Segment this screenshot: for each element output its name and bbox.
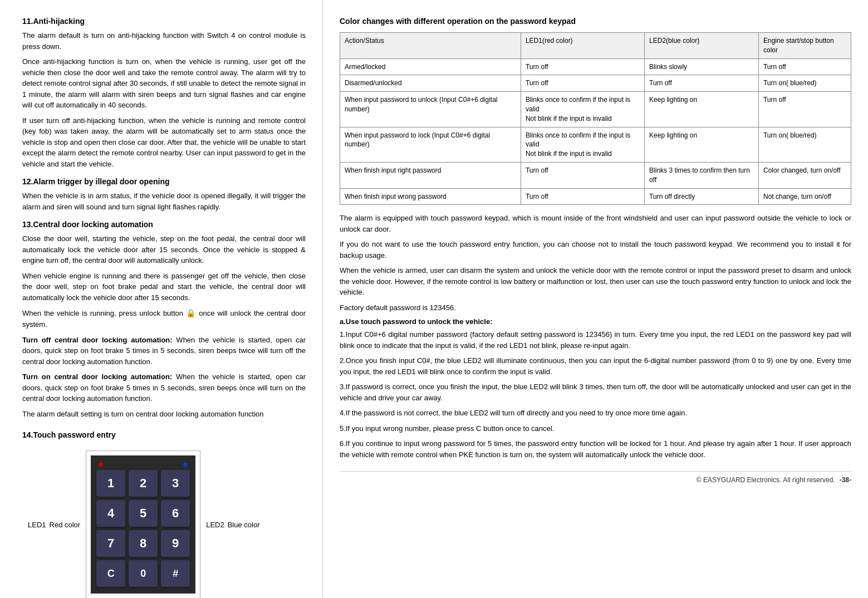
para5-label: Turn on central door locking automation: <box>22 372 172 381</box>
section-13-heading: 13.Central door locking automation <box>22 220 306 229</box>
table-row: When finish input right passwordTurn off… <box>340 162 851 188</box>
table-row: When input password to lock (Input C0#+6… <box>340 127 851 162</box>
key-3[interactable]: 3 <box>161 470 190 497</box>
cell-action: When input password to lock (Input C0#+6… <box>340 127 521 162</box>
step-1: 1.Input C0#+6 digital number password (f… <box>340 329 851 351</box>
section-11-heading: 11.Anti-hijacking <box>22 17 306 26</box>
section-13-para2: When vehicle engine is running and there… <box>22 271 306 303</box>
lock-icon: 🔒 <box>186 308 196 317</box>
key-8[interactable]: 8 <box>129 530 158 557</box>
section-12-heading: 12.Alarm trigger by illegal door opening <box>22 177 306 186</box>
left-page: 11.Anti-hijacking The alarm default is t… <box>0 0 323 598</box>
led1-color-label: Red color <box>50 521 81 529</box>
section-11-para1: The alarm default is turn on anti-hijack… <box>22 30 306 52</box>
section-11-para3: If user turn off anti-hijacking function… <box>22 115 306 170</box>
key-4[interactable]: 4 <box>96 500 125 527</box>
cell-engine: Not change, turn on/off <box>758 188 851 205</box>
right-para-2: When the vehicle is armed, user can disa… <box>340 265 851 298</box>
led2-color-label: Blue color <box>228 521 260 529</box>
col-header-engine: Engine start/stop button color <box>758 33 851 59</box>
led2-label: LED2 <box>206 521 224 529</box>
section-13-para5: Turn on central door locking automation:… <box>22 371 306 404</box>
cell-led1: Turn off <box>521 162 644 188</box>
cell-engine: Turn on( blue/red) <box>758 75 851 92</box>
table-title: Color changes with different operation o… <box>340 17 851 26</box>
cell-action: Armed/locked <box>340 58 521 75</box>
steps-container: 1.Input C0#+6 digital number password (f… <box>340 329 851 460</box>
led1-indicator <box>99 462 103 467</box>
cell-led1: Turn off <box>521 75 644 92</box>
section-13-para6: The alarm default setting is turn on cen… <box>22 409 306 420</box>
section-12-para1: When the vehicle is in arm status, if th… <box>22 190 306 212</box>
keypad-grid[interactable]: 123456789C0# <box>96 470 190 587</box>
section-13-para1: Close the door well, starting the vehicl… <box>22 233 306 266</box>
right-paras: The alarm is equipped with touch passwor… <box>340 213 851 313</box>
section-12: 12.Alarm trigger by illegal door opening… <box>22 177 306 212</box>
cell-led2: Turn off <box>645 75 759 92</box>
cell-led1: Turn off <box>521 188 644 205</box>
col-header-action: Action/Status <box>340 33 521 59</box>
subsection-a-heading: a.Use touch password to unlock the vehic… <box>340 317 851 326</box>
right-footer: © EASYGUARD Electronics. All right reser… <box>340 471 851 484</box>
step-4: 4.If the password is not correct, the bl… <box>340 408 851 419</box>
section-14-heading: 14.Touch password entry <box>22 430 306 439</box>
key-2[interactable]: 2 <box>129 470 158 497</box>
cell-engine: Color changed, turn on/off <box>758 162 851 188</box>
key-C[interactable]: C <box>96 560 125 587</box>
keypad-container: LED1 Red color 123456789C0# LED2 Blue co… <box>28 450 306 598</box>
key-7[interactable]: 7 <box>96 530 125 557</box>
para4-label: Turn off central door locking automation… <box>22 336 173 344</box>
cell-led2: Blinks slowly <box>645 58 759 75</box>
keypad-inner: 123456789C0# <box>91 455 195 594</box>
step-5: 5.If you input wrong number, please pres… <box>340 423 851 434</box>
led2-indicator <box>183 462 188 467</box>
cell-engine: Turn off <box>758 92 851 127</box>
cell-led1: Blinks once to confirm if the input is v… <box>521 127 644 162</box>
right-page-number: -38- <box>840 476 851 484</box>
cell-action: When input password to unlock (Input C0#… <box>340 92 521 127</box>
cell-led1: Turn off <box>521 58 644 75</box>
col-header-led2: LED2(blue color) <box>645 33 759 59</box>
cell-action: When finish input wrong password <box>340 188 521 205</box>
section-13-para4: Turn off central door locking automation… <box>22 335 306 367</box>
led2-label-group: LED2 Blue color <box>206 521 259 529</box>
right-para-3: Factory default password is 123456. <box>340 302 851 313</box>
table-row: Disarmed/unlockedTurn offTurn offTurn on… <box>340 75 851 92</box>
section-13-para3: When the vehicle is running, press unloc… <box>22 307 306 330</box>
section-13: 13.Central door locking automation Close… <box>22 220 306 419</box>
cell-led2: Blinks 3 times to confirm then turn off <box>645 162 759 188</box>
table-row: When finish input wrong passwordTurn off… <box>340 188 851 205</box>
step-3: 3.If password is correct, once you finis… <box>340 381 851 403</box>
table-header-row: Action/Status LED1(red color) LED2(blue … <box>340 33 851 59</box>
cell-led1: Blinks once to confirm if the input is v… <box>521 92 644 127</box>
cell-action: Disarmed/unlocked <box>340 75 521 92</box>
right-page: Color changes with different operation o… <box>323 0 868 598</box>
cell-engine: Turn on( blue/red) <box>758 127 851 162</box>
col-header-led1: LED1(red color) <box>521 33 644 59</box>
right-copyright: © EASYGUARD Electronics. All right reser… <box>697 476 835 484</box>
led1-label-group: LED1 Red color <box>28 521 80 529</box>
cell-led2: Keep lighting on <box>645 92 759 127</box>
keypad-wrapper: 123456789C0# <box>86 450 200 598</box>
cell-action: When finish input right password <box>340 162 521 188</box>
cell-led2: Turn off directly <box>645 188 759 205</box>
cell-engine: Turn off <box>758 58 851 75</box>
key-#[interactable]: # <box>161 560 190 587</box>
table-row: When input password to unlock (Input C0#… <box>340 92 851 127</box>
key-0[interactable]: 0 <box>129 560 158 587</box>
key-6[interactable]: 6 <box>161 500 190 527</box>
led-indicator-row <box>96 462 190 467</box>
key-9[interactable]: 9 <box>161 530 190 557</box>
right-para-0: The alarm is equipped with touch passwor… <box>340 213 851 234</box>
color-table: Action/Status LED1(red color) LED2(blue … <box>340 32 851 205</box>
subsection-a: a.Use touch password to unlock the vehic… <box>340 317 851 460</box>
table-row: Armed/lockedTurn offBlinks slowlyTurn of… <box>340 58 851 75</box>
section-11: 11.Anti-hijacking The alarm default is t… <box>22 17 306 169</box>
footer-right-group: © EASYGUARD Electronics. All right reser… <box>697 476 851 484</box>
step-2: 2.Once you finish input C0#, the blue LE… <box>340 355 851 377</box>
cell-led2: Keep lighting on <box>645 127 759 162</box>
key-1[interactable]: 1 <box>96 470 125 497</box>
key-5[interactable]: 5 <box>129 500 158 527</box>
led1-label: LED1 <box>28 521 46 529</box>
section-11-para2: Once anti-hijacking function is turn on,… <box>22 56 306 111</box>
